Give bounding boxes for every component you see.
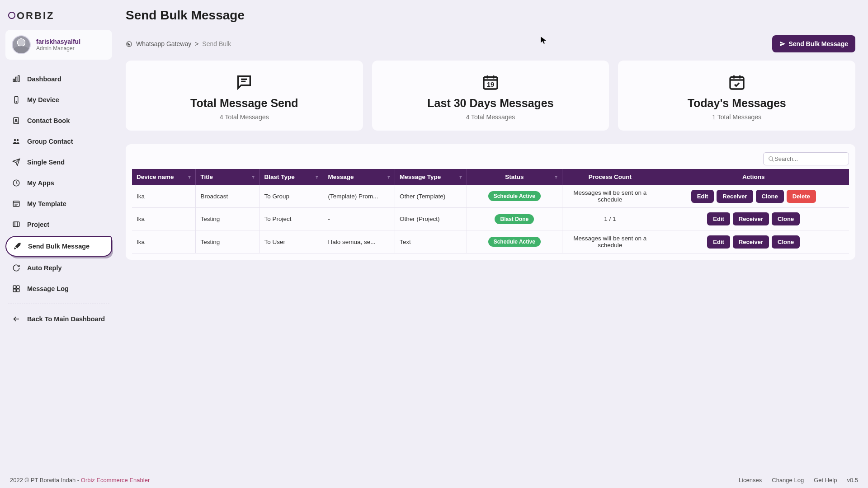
clone-button[interactable]: Clone	[772, 235, 800, 249]
svg-rect-29	[730, 77, 744, 89]
nav-label: My Apps	[27, 179, 54, 187]
nav-message-log[interactable]: Message Log	[5, 279, 112, 298]
edit-button[interactable]: Edit	[691, 190, 714, 203]
main-content: Send Bulk Message Whatsapp Gateway > Sen…	[118, 0, 868, 472]
search-icon	[768, 156, 774, 162]
nav-back-to-main[interactable]: Back To Main Dashboard	[5, 310, 112, 328]
filter-icon[interactable]	[315, 175, 319, 179]
cell: To Group	[259, 185, 323, 208]
col-device[interactable]: Device name	[132, 169, 196, 185]
clone-button[interactable]: Clone	[756, 190, 784, 203]
card-title: Total Message Send	[135, 97, 354, 110]
log-icon	[12, 284, 21, 293]
user-name: fariskhasyalful	[36, 38, 80, 45]
apps-icon	[12, 178, 21, 188]
nav-auto-reply[interactable]: Auto Reply	[5, 258, 112, 277]
nav-project[interactable]: Project	[5, 215, 112, 234]
nav-dashboard[interactable]: Dashboard	[5, 70, 112, 89]
breadcrumb: Whatsapp Gateway > Send Bulk	[126, 40, 231, 47]
cell: Broadcast	[196, 185, 259, 208]
col-message-type[interactable]: Message Type	[395, 169, 467, 185]
brand-logo: ORBIZ	[5, 8, 112, 30]
nav-single-send[interactable]: Single Send	[5, 153, 112, 172]
breadcrumb-sep: >	[195, 40, 198, 47]
breadcrumb-root[interactable]: Whatsapp Gateway	[136, 40, 191, 47]
nav-group-contact[interactable]: Group Contact	[5, 132, 112, 151]
receiver-button[interactable]: Receiver	[733, 212, 769, 225]
col-status[interactable]: Status	[467, 169, 562, 185]
user-card[interactable]: fariskhasyalful Admin Manager	[5, 30, 112, 60]
footer: 2022 © PT Borwita Indah - Orbiz Ecommerc…	[0, 472, 868, 488]
edit-button[interactable]: Edit	[707, 235, 730, 249]
user-role: Admin Manager	[36, 45, 80, 52]
search-box[interactable]	[763, 152, 849, 165]
receiver-button[interactable]: Receiver	[717, 190, 753, 203]
delete-button[interactable]: Delete	[787, 190, 816, 203]
cell-actions: EditReceiverClone	[658, 208, 849, 230]
filter-icon[interactable]	[187, 175, 192, 179]
col-message[interactable]: Message	[323, 169, 395, 185]
filter-icon[interactable]	[251, 175, 255, 179]
edit-button[interactable]: Edit	[707, 212, 730, 225]
nav-label: Single Send	[27, 159, 65, 166]
cell-actions: EditReceiverClone	[658, 230, 849, 253]
svg-rect-20	[17, 289, 19, 292]
svg-rect-0	[13, 79, 14, 82]
nav-label: Message Log	[27, 285, 69, 292]
filter-icon[interactable]	[458, 175, 463, 179]
svg-text:19: 19	[487, 80, 495, 88]
search-input[interactable]	[774, 155, 844, 162]
footer-get-help[interactable]: Get Help	[814, 477, 837, 483]
nav-divider	[8, 304, 109, 304]
cell: Ika	[132, 185, 196, 208]
footer-licenses[interactable]: Licenses	[739, 477, 762, 483]
clone-button[interactable]: Clone	[772, 212, 800, 225]
calendar-check-icon	[727, 72, 747, 92]
cell-process: Messages will be sent on a schedule	[562, 230, 658, 253]
svg-point-33	[769, 156, 773, 160]
paper-plane-icon	[779, 41, 786, 47]
svg-point-4	[16, 102, 17, 103]
col-blast-type[interactable]: Blast Type	[259, 169, 323, 185]
phone-icon	[12, 95, 21, 104]
nav-my-device[interactable]: My Device	[5, 90, 112, 109]
project-icon	[12, 220, 21, 229]
col-actions: Actions	[658, 169, 849, 185]
col-title[interactable]: Title	[196, 169, 259, 185]
table-container: Device name Title Blast Type Message Mes…	[126, 144, 855, 260]
footer-link-orbiz[interactable]: Orbiz Ecommerce Enabler	[81, 477, 150, 483]
nav-label: Send Bulk Message	[28, 243, 90, 250]
nav-label: Dashboard	[27, 75, 61, 83]
col-process-count[interactable]: Process Count	[562, 169, 658, 185]
send-bulk-button[interactable]: Send Bulk Message	[772, 35, 856, 52]
status-badge: Blast Done	[495, 214, 534, 224]
svg-point-6	[15, 119, 17, 121]
nav-label: Back To Main Dashboard	[27, 315, 105, 323]
status-badge: Schedule Active	[488, 237, 541, 247]
refresh-icon	[12, 263, 21, 272]
cell-actions: EditReceiverCloneDelete	[658, 185, 849, 208]
back-arrow-icon	[12, 314, 21, 324]
receiver-button[interactable]: Receiver	[733, 235, 769, 249]
filter-icon[interactable]	[554, 175, 558, 179]
cell: Testing	[196, 208, 259, 230]
footer-version: v0.5	[847, 477, 858, 483]
filter-icon[interactable]	[387, 175, 391, 179]
svg-rect-1	[16, 77, 17, 82]
card-subtitle: 1 Total Messages	[627, 113, 846, 121]
nav-my-template[interactable]: My Template	[5, 194, 112, 213]
calendar-icon: 19	[481, 72, 500, 92]
cell: -	[323, 208, 395, 230]
table-row: IkaTestingTo Project-Other (Project)Blas…	[132, 208, 849, 230]
nav-my-apps[interactable]: My Apps	[5, 174, 112, 192]
nav-label: Project	[27, 221, 49, 228]
table-row: IkaBroadcastTo Group(Template) Prom...Ot…	[132, 185, 849, 208]
cell: Other (Template)	[395, 185, 467, 208]
cell: Testing	[196, 230, 259, 253]
cell: Ika	[132, 208, 196, 230]
nav-contact-book[interactable]: Contact Book	[5, 111, 112, 130]
nav-label: Contact Book	[27, 117, 70, 124]
svg-point-21	[127, 41, 132, 46]
footer-changelog[interactable]: Change Log	[772, 477, 804, 483]
nav-send-bulk-message[interactable]: Send Bulk Message	[5, 236, 112, 257]
